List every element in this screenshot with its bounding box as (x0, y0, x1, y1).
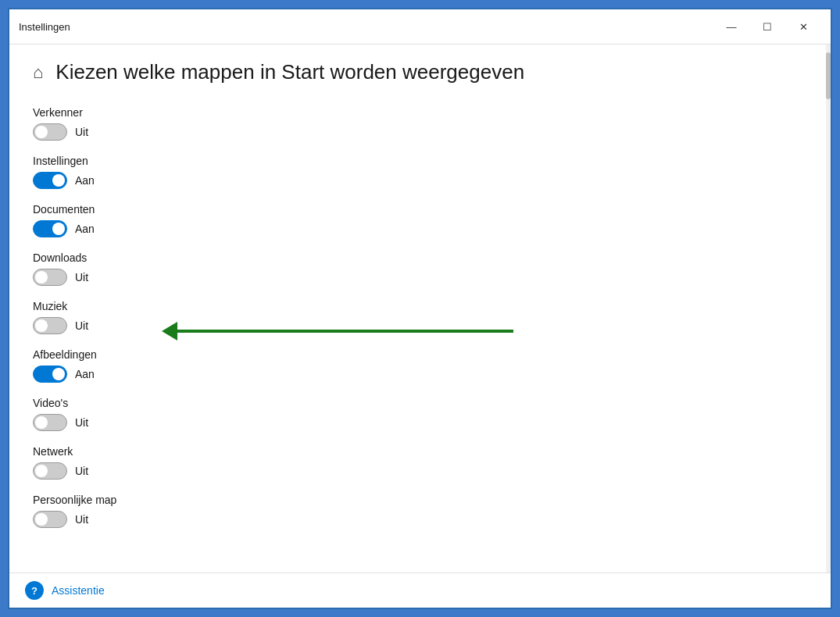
assistantie-icon: ? (25, 581, 44, 600)
maximize-button[interactable]: ☐ (749, 14, 785, 39)
assistantie-link[interactable]: Assistentie (52, 584, 105, 597)
toggle-item-afbeeldingen: Afbeeldingen Aan (33, 348, 802, 383)
toggle-item-netwerk: Netwerk Uit (33, 445, 802, 480)
toggle-label-afbeeldingen: Afbeeldingen (33, 348, 802, 361)
main-content: ⌂ Kiezen welke mappen in Start worden we… (9, 45, 826, 572)
close-button[interactable]: ✕ (785, 14, 821, 39)
toggle-state-videos: Uit (75, 416, 88, 429)
toggle-downloads[interactable] (33, 269, 67, 286)
toggle-row-afbeeldingen: Aan (33, 366, 802, 383)
toggle-label-persoonlijke-map: Persoonlijke map (33, 494, 802, 506)
toggle-state-persoonlijke-map: Uit (75, 513, 88, 526)
arrow-annotation (162, 322, 513, 341)
toggle-state-verkenner: Uit (75, 126, 88, 138)
arrow-line (177, 330, 513, 333)
toggle-label-videos: Video's (33, 397, 802, 409)
scrollbar[interactable] (826, 45, 831, 572)
toggle-row-persoonlijke-map: Uit (33, 511, 802, 528)
toggle-state-downloads: Uit (75, 271, 88, 284)
toggle-documenten[interactable] (33, 220, 67, 237)
bottom-bar: ? Assistentie (9, 572, 831, 608)
toggle-item-instellingen: Instellingen Aan (33, 155, 802, 189)
toggle-row-videos: Uit (33, 414, 802, 431)
toggle-label-downloads: Downloads (33, 251, 802, 264)
toggle-item-downloads: Downloads Uit (33, 251, 802, 286)
title-bar: Instellingen — ☐ ✕ (9, 9, 831, 45)
toggle-label-netwerk: Netwerk (33, 445, 802, 458)
title-bar-controls: — ☐ ✕ (713, 14, 821, 39)
toggle-label-muziek: Muziek (33, 300, 802, 312)
toggle-afbeeldingen[interactable] (33, 366, 67, 383)
page-header: ⌂ Kiezen welke mappen in Start worden we… (33, 60, 802, 84)
window-title: Instellingen (19, 21, 70, 33)
toggle-row-instellingen: Aan (33, 172, 802, 189)
toggle-label-verkenner: Verkenner (33, 106, 802, 119)
toggle-netwerk[interactable] (33, 462, 67, 480)
home-icon[interactable]: ⌂ (33, 62, 43, 83)
content-area: ⌂ Kiezen welke mappen in Start worden we… (9, 45, 831, 572)
settings-window: Instellingen — ☐ ✕ ⌂ Kiezen welke mappen… (8, 8, 832, 609)
toggle-persoonlijke-map[interactable] (33, 511, 67, 528)
scrollbar-thumb[interactable] (826, 52, 831, 99)
toggle-item-videos: Video's Uit (33, 397, 802, 431)
toggle-state-muziek: Uit (75, 319, 88, 332)
toggle-state-netwerk: Uit (75, 465, 88, 477)
minimize-button[interactable]: — (713, 14, 749, 39)
toggle-item-persoonlijke-map: Persoonlijke map Uit (33, 494, 802, 528)
toggle-label-instellingen: Instellingen (33, 155, 802, 167)
toggle-videos[interactable] (33, 414, 67, 431)
toggle-muziek[interactable] (33, 317, 67, 334)
toggle-row-verkenner: Uit (33, 123, 802, 141)
toggle-row-documenten: Aan (33, 220, 802, 237)
toggle-instellingen[interactable] (33, 172, 67, 189)
toggle-verkenner[interactable] (33, 123, 67, 141)
toggle-item-verkenner: Verkenner Uit (33, 106, 802, 141)
toggle-state-instellingen: Aan (75, 174, 95, 187)
toggle-row-netwerk: Uit (33, 462, 802, 480)
toggle-item-documenten: Documenten Aan (33, 203, 802, 237)
toggle-label-documenten: Documenten (33, 203, 802, 216)
toggle-state-documenten: Aan (75, 223, 95, 235)
page-title: Kiezen welke mappen in Start worden weer… (55, 60, 524, 84)
title-bar-left: Instellingen (19, 21, 70, 33)
toggle-state-afbeeldingen: Aan (75, 368, 95, 380)
toggle-row-downloads: Uit (33, 269, 802, 286)
arrow-head (162, 322, 177, 341)
